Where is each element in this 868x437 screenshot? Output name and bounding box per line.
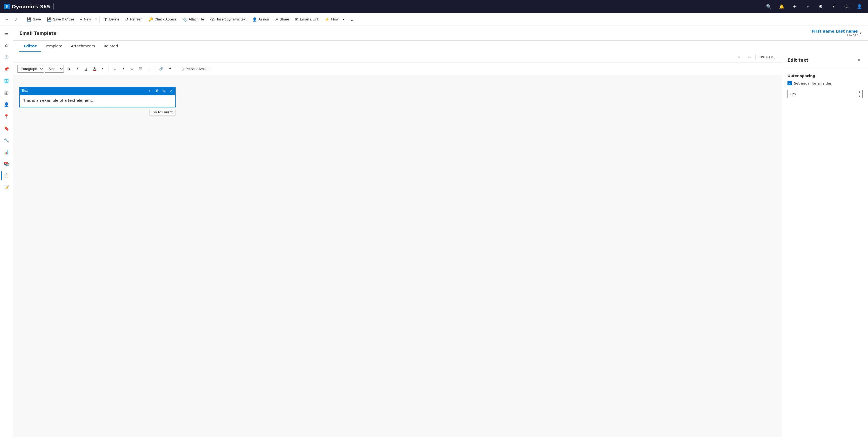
font-color-dropdown[interactable]: ▾ <box>99 65 106 72</box>
search-icon[interactable]: 🔍 <box>765 2 773 11</box>
dynamics-logo: D <box>4 4 10 9</box>
quote-icon: ❝ <box>169 67 171 71</box>
filter-icon[interactable]: ⚡ <box>803 2 812 11</box>
expand-button[interactable]: ⤢ <box>12 14 21 24</box>
tab-template[interactable]: Template <box>41 41 67 52</box>
align-dropdown[interactable]: ▾ <box>120 65 127 72</box>
sidebar-item-globe[interactable]: 🌐 <box>1 75 12 86</box>
bold-button[interactable]: B <box>65 65 72 72</box>
text-element-body[interactable]: This is an example of a text element. <box>20 94 176 107</box>
text-duplicate-button[interactable]: ⧉ <box>161 88 167 94</box>
personalization-button[interactable]: {} Personalization <box>178 65 213 72</box>
owner-chevron[interactable]: ▾ <box>860 31 862 35</box>
check-access-label: Check Access <box>155 17 177 21</box>
redo-button[interactable]: ↪ <box>745 53 753 61</box>
editor-main: ↩ ↪ </> HTML Paragraph <box>13 52 782 437</box>
new-button[interactable]: + New <box>77 14 93 24</box>
tab-related[interactable]: Related <box>99 41 122 52</box>
sidebar-item-templates[interactable]: 📋 <box>1 170 12 181</box>
close-panel-button[interactable]: ✕ <box>855 56 863 64</box>
bell-icon[interactable]: 🔔 <box>777 2 786 11</box>
sidebar-item-menu[interactable]: ☰ <box>1 28 12 39</box>
size-select[interactable]: Size <box>45 65 64 73</box>
sidebar-item-person[interactable]: 👤 <box>1 99 12 110</box>
flow-dropdown-button[interactable]: ▾ <box>342 14 345 24</box>
save-button[interactable]: 💾 Save <box>24 14 43 24</box>
text-delete-button[interactable]: 🗑 <box>154 88 160 94</box>
attach-file-button[interactable]: 📎 Attach file <box>180 14 207 24</box>
text-move-button[interactable]: ⤢ <box>168 88 175 94</box>
html-label: HTML <box>766 55 775 59</box>
share-button[interactable]: ↗ Share <box>272 14 292 24</box>
refresh-button[interactable]: ↺ Refresh <box>123 14 145 24</box>
spacing-input[interactable] <box>787 90 863 98</box>
paragraph-select[interactable]: Paragraph <box>17 65 44 73</box>
insert-dynamic-text-button[interactable]: </> Insert dynamic text <box>207 14 249 24</box>
font-color-button[interactable]: A <box>91 65 98 72</box>
person-icon[interactable]: 👤 <box>855 2 864 11</box>
flow-button[interactable]: ⚡ Flow <box>322 14 341 24</box>
save-close-button[interactable]: 💾 Save & Close <box>44 14 77 24</box>
delete-button[interactable]: 🗑 Delete <box>101 14 122 24</box>
spinner-up-button[interactable]: ▲ <box>856 90 863 94</box>
email-link-button[interactable]: ✉ Email a Link <box>292 14 322 24</box>
toolbar-sep-2 <box>155 66 155 71</box>
new-dropdown-button[interactable]: ▾ <box>94 14 98 24</box>
sidebar-item-reports[interactable]: 📊 <box>1 147 12 157</box>
content-area: Email Template First name Last name Owne… <box>13 26 868 437</box>
assign-button[interactable]: 👤 Assign <box>250 14 272 24</box>
owner-info: First name Last name Owner <box>812 29 858 37</box>
tab-attachments[interactable]: Attachments <box>67 41 99 52</box>
cmd-divider-3 <box>347 16 347 23</box>
html-button[interactable]: </> HTML <box>758 54 777 60</box>
ordered-list-icon: ≡ <box>131 67 133 71</box>
owner-name[interactable]: First name Last name <box>812 29 858 33</box>
link-button[interactable]: 🔗 <box>158 65 165 72</box>
go-to-parent-button[interactable]: Go to Parent <box>150 109 176 116</box>
topbar-icons: 🔍 🔔 + ⚡ ⚙ ? ☺ 👤 <box>765 2 864 11</box>
face-icon[interactable]: ☺ <box>842 2 851 11</box>
settings-icon[interactable]: ⚙ <box>816 2 825 11</box>
sidebar-item-table[interactable]: ▦ <box>1 87 12 98</box>
redo-icon: ↪ <box>748 55 751 59</box>
sidebar-item-home[interactable]: ⌂ <box>1 40 12 51</box>
right-panel: Edit text ✕ Outer spacing ✓ Set equal fo… <box>782 52 868 437</box>
italic-button[interactable]: I <box>73 65 81 72</box>
page-title-row: Email Template <box>20 31 56 36</box>
assign-label: Assign <box>258 17 269 21</box>
quote-button[interactable]: ❝ <box>166 65 174 72</box>
text-element-content[interactable]: This is an example of a text element. <box>23 98 172 102</box>
sidebar-item-location[interactable]: 📍 <box>1 111 12 122</box>
undo-button[interactable]: ↩ <box>735 53 743 61</box>
help-icon[interactable]: ? <box>829 2 838 11</box>
save-icon: 💾 <box>27 17 31 22</box>
flow-label: Flow <box>331 17 338 21</box>
check-access-button[interactable]: 🔑 Check Access <box>146 14 179 24</box>
save-close-label: Save & Close <box>53 17 74 21</box>
sidebar-item-notes[interactable]: 📝 <box>1 182 12 193</box>
unordered-list-button[interactable]: ☰ <box>137 65 144 72</box>
spinner-down-button[interactable]: ▼ <box>856 94 863 98</box>
set-equal-checkbox[interactable]: ✓ <box>787 81 792 85</box>
sidebar-item-bookmark[interactable]: 🔖 <box>1 123 12 133</box>
share-label: Share <box>280 17 289 21</box>
more-formatting-button[interactable]: ··· <box>146 65 153 72</box>
text-back-button[interactable]: ← <box>147 88 154 94</box>
align-icon: ≡ <box>114 67 116 71</box>
underline-button[interactable]: U <box>82 65 90 72</box>
topbar-divider <box>755 54 756 60</box>
more-button[interactable]: ... <box>349 14 356 24</box>
editor-canvas[interactable]: Text ← 🗑 ⧉ ⤢ This is an example of a <box>13 75 782 437</box>
align-button[interactable]: ≡ <box>111 65 119 72</box>
new-label: New <box>84 17 91 21</box>
toolbar-sep-3 <box>176 66 176 71</box>
sidebar-item-pinned[interactable]: 📌 <box>1 64 12 74</box>
ordered-list-button[interactable]: ≡ <box>128 65 136 72</box>
tab-editor[interactable]: Editor <box>20 41 41 52</box>
flow-icon: ⚡ <box>325 17 329 22</box>
sidebar-item-library[interactable]: 📚 <box>1 158 12 169</box>
plus-icon[interactable]: + <box>790 2 799 11</box>
sidebar-item-tool[interactable]: 🔧 <box>1 135 12 146</box>
sidebar-item-recent[interactable]: 🕐 <box>1 52 12 62</box>
back-button[interactable]: ← <box>2 14 11 24</box>
